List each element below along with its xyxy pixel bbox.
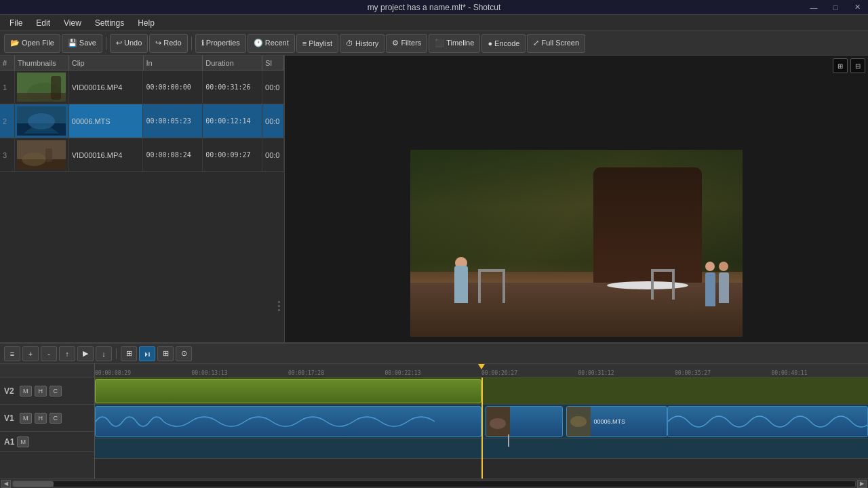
video-preview xyxy=(410,150,743,337)
tl-label-area: V2 M H C V1 M H C A1 M xyxy=(0,378,95,479)
table-row[interactable]: 1 VID00016.MP4 00:00:00:00 00:00:31:26 0… xyxy=(0,70,284,104)
v1-mute-btn[interactable]: M xyxy=(20,413,32,424)
tl-remove-btn[interactable]: - xyxy=(41,346,57,361)
preview-zoom-btn[interactable]: ⊞ xyxy=(833,58,848,73)
v1-lock-btn[interactable]: C xyxy=(50,413,62,424)
v2-clip-1[interactable] xyxy=(95,379,481,403)
tl-snap-btn[interactable]: ⏯ xyxy=(139,346,155,361)
tl-add-btn[interactable]: + xyxy=(22,346,39,361)
filters-button[interactable]: ⚙ Filters xyxy=(386,34,427,53)
playlist-header: # Thumbnails Clip In Duration Sl xyxy=(0,56,284,70)
menu-settings[interactable]: Settings xyxy=(88,17,131,29)
window-controls: — □ ✕ xyxy=(803,0,868,15)
preview-corner-icons: ⊞ ⊟ xyxy=(833,58,865,73)
v2-hide-btn[interactable]: H xyxy=(35,386,47,396)
menu-help[interactable]: Help xyxy=(131,17,161,29)
window-title: my project has a name.mlt* - Shotcut xyxy=(368,3,501,12)
scene-person xyxy=(451,249,471,303)
svg-rect-10 xyxy=(45,148,52,162)
v1-waveform-right xyxy=(668,407,867,436)
playlist-button[interactable]: ≡ Playlist xyxy=(296,34,338,53)
close-btn[interactable]: ✕ xyxy=(846,0,868,15)
tl-up-btn[interactable]: ↑ xyxy=(59,346,75,361)
tl-ruler-spacer xyxy=(0,364,95,377)
col-in: In xyxy=(144,56,203,70)
tl-grid-btn[interactable]: ⊞ xyxy=(121,346,137,361)
undo-button[interactable]: ↩ Undo xyxy=(110,34,148,53)
svg-point-9 xyxy=(22,152,46,166)
v1-waveform-left xyxy=(96,407,481,436)
scroll-right-arrow[interactable]: ▶ xyxy=(857,480,867,488)
timeline-playhead-line xyxy=(481,378,483,479)
col-sl: Sl xyxy=(262,56,284,70)
scroll-left-arrow[interactable]: ◀ xyxy=(1,480,11,488)
scroll-track[interactable] xyxy=(12,481,856,487)
tl-ruler-marks[interactable]: 00:00:08:29 00:00:13:13 00:00:17:28 00:0… xyxy=(95,364,868,377)
redo-button[interactable]: ↪ Redo xyxy=(149,34,187,53)
tl-tick-3: 00:00:22:13 xyxy=(385,365,421,376)
chair-right xyxy=(651,269,675,306)
preview-settings-btn[interactable]: ⊟ xyxy=(850,58,865,73)
v1-clip-1[interactable] xyxy=(95,406,481,437)
recent-button[interactable]: 🕐 Recent xyxy=(248,34,295,53)
table-top xyxy=(607,281,688,289)
menu-view[interactable]: View xyxy=(57,17,88,29)
timeline-section: ≡ + - ↑ ▶ ↓ ⊞ ⏯ ⊞ ⊙ 00:00:08:29 00:00:13… xyxy=(0,342,868,488)
thumbnail-3 xyxy=(17,140,66,169)
v1-clip-3[interactable]: 00006.MTS xyxy=(566,406,667,437)
save-button[interactable]: 💾 Save xyxy=(62,34,102,53)
resize-handle[interactable] xyxy=(278,301,280,311)
tl-tick-7: 00:00:40:11 xyxy=(772,365,808,376)
tl-menu-btn[interactable]: ≡ xyxy=(4,346,20,361)
tl-down-btn[interactable]: ↓ xyxy=(96,346,112,361)
row3-sl: 00:0 xyxy=(262,138,284,171)
tl-tick-4: 00:00:26:27 xyxy=(481,365,517,376)
row2-thumb xyxy=(15,104,69,138)
properties-button[interactable]: ℹ Properties xyxy=(195,34,246,53)
toolbar-sep-2 xyxy=(191,37,192,50)
a1-mute-btn[interactable]: M xyxy=(17,436,29,447)
history-button[interactable]: ⏱ History xyxy=(340,34,384,53)
dot xyxy=(278,301,280,303)
table-row[interactable]: 2 00006.MTS 00:00:05:23 00:00:12:14 00:0 xyxy=(0,104,284,138)
row1-dur: 00:00:31:26 xyxy=(203,70,262,104)
row1-num: 1 xyxy=(0,70,15,104)
col-clip: Clip xyxy=(69,56,144,70)
scroll-thumb[interactable] xyxy=(13,481,54,487)
row3-thumb xyxy=(15,138,69,171)
timeline-ruler-row: 00:00:08:29 00:00:13:13 00:00:17:28 00:0… xyxy=(0,364,868,378)
menu-file[interactable]: File xyxy=(3,17,29,29)
open-file-button[interactable]: 📂 Open File xyxy=(4,34,60,53)
timeline-button[interactable]: ⬛ Timeline xyxy=(429,34,480,53)
minimize-btn[interactable]: — xyxy=(803,0,825,15)
maximize-btn[interactable]: □ xyxy=(825,0,846,15)
v1-hide-btn[interactable]: H xyxy=(35,413,47,424)
tl-tick-0: 00:00:08:29 xyxy=(95,365,131,376)
tl-marker-btn[interactable]: ⊙ xyxy=(176,346,192,361)
fullscreen-button[interactable]: ⤢ Full Screen xyxy=(527,34,585,53)
table-row[interactable]: 3 VID00016.MP4 00:00:08:24 00:00:09:27 0… xyxy=(0,138,284,172)
scene-table xyxy=(607,262,688,310)
tl-tick-5: 00:00:31:12 xyxy=(578,365,614,376)
tl-next-btn[interactable]: ▶ xyxy=(77,346,94,361)
tl-sep-1 xyxy=(116,348,117,359)
playlist-body: 1 VID00016.MP4 00:00:00:00 00:00:31:26 0… xyxy=(0,70,284,172)
toolbar: 📂 Open File 💾 Save ↩ Undo ↪ Redo ℹ Prope… xyxy=(0,31,868,56)
tl-wave-btn[interactable]: ⊞ xyxy=(157,346,174,361)
menu-edit[interactable]: Edit xyxy=(29,17,57,29)
thumbnail-1 xyxy=(17,73,66,102)
encode-button[interactable]: ● Encode xyxy=(481,34,526,53)
row1-sl: 00:0 xyxy=(262,70,284,104)
v1-clip-4[interactable] xyxy=(667,406,868,437)
v2-lock-btn[interactable]: C xyxy=(50,386,62,396)
v2-mute-btn[interactable]: M xyxy=(20,386,32,396)
row1-in: 00:00:00:00 xyxy=(143,70,203,104)
v2-label: V2 M H C xyxy=(0,378,94,405)
right-people xyxy=(705,272,729,306)
tl-tick-2: 00:00:17:28 xyxy=(288,365,324,376)
thumbnail-2 xyxy=(17,106,66,136)
preview-playhead[interactable] xyxy=(508,434,509,447)
row3-num: 3 xyxy=(0,138,15,171)
v1-clip-2[interactable] xyxy=(486,406,563,437)
tl-tick-6: 00:00:35:27 xyxy=(675,365,711,376)
